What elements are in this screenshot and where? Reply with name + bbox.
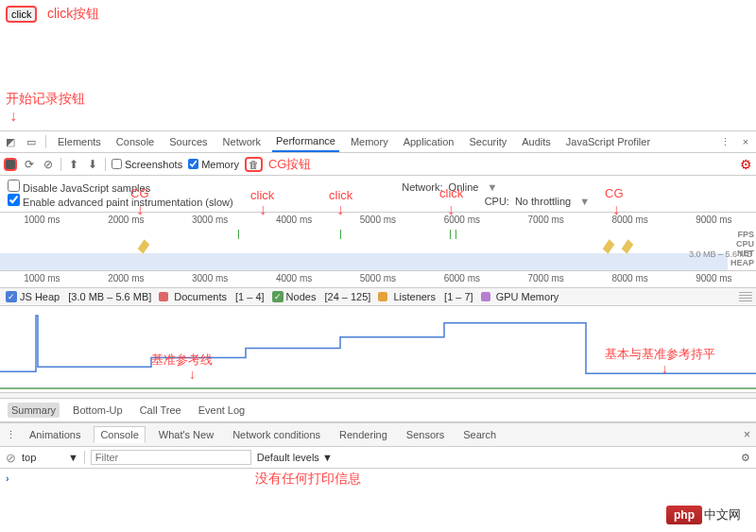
- legend-gpu[interactable]: GPU Memory: [481, 291, 559, 302]
- devtools-tabbar: ◩ ▭ Elements Console Sources Network Per…: [0, 130, 756, 153]
- tab-elements[interactable]: Elements: [54, 132, 105, 151]
- drawer-tab-sensors[interactable]: Sensors: [401, 427, 450, 442]
- tab-application[interactable]: Application: [400, 132, 458, 151]
- menu-icon[interactable]: [739, 292, 752, 301]
- clear-console-icon[interactable]: ⊘: [6, 451, 16, 465]
- click-button[interactable]: click: [6, 6, 37, 23]
- tick: 8000 ms: [611, 215, 647, 225]
- tick: 9000 ms: [696, 215, 731, 225]
- heap-area: [0, 253, 728, 270]
- legend-range: [1 – 4]: [235, 291, 265, 302]
- legend-label: Listeners: [393, 291, 436, 302]
- annotation-no-print: 没有任何打印信息: [255, 471, 361, 488]
- tab-sources[interactable]: Sources: [165, 132, 211, 151]
- perf-toolbar: ⟳ ⊘ ⬆ ⬇ Screenshots Memory 🗑 CG按钮 ⚙: [0, 153, 756, 176]
- drawer-tab-animations[interactable]: Animations: [24, 427, 86, 442]
- summary-tab-calltree[interactable]: Call Tree: [136, 403, 185, 418]
- adv-paint-label: Enable advanced paint instrumentation (s…: [23, 197, 233, 208]
- legend-range: [3.0 MB – 5.6 MB]: [68, 291, 151, 302]
- legend-listeners[interactable]: Listeners [1 – 7]: [378, 291, 472, 302]
- legend-nodes[interactable]: ✓Nodes [24 – 125]: [272, 291, 371, 302]
- inspect-icon[interactable]: ◩: [4, 135, 17, 148]
- memory-chart[interactable]: 基准参考线 ↓ 基本与基准参考持平 ↓: [0, 306, 756, 393]
- annotation-click-3: click: [439, 186, 463, 200]
- dropdown-icon[interactable]: ▼: [576, 196, 590, 207]
- annotation-cg-1: CG: [130, 186, 149, 200]
- arrow-icon: ↓: [662, 361, 668, 376]
- dropdown-icon[interactable]: ▼: [484, 181, 497, 193]
- console-settings-icon[interactable]: ⚙: [741, 452, 750, 464]
- devtools-panel: ◩ ▭ Elements Console Sources Network Per…: [0, 130, 756, 489]
- summary-tab-summary[interactable]: Summary: [8, 403, 60, 418]
- tab-console[interactable]: Console: [112, 132, 158, 151]
- heap-range: 3.0 MB – 5.6 MB: [689, 249, 752, 259]
- settings-gear-icon[interactable]: ⚙: [740, 157, 752, 172]
- drawer-tab-search[interactable]: Search: [457, 427, 502, 442]
- legend-label: GPU Memory: [496, 291, 559, 302]
- detail-time-axis[interactable]: 1000 ms 2000 ms 3000 ms 4000 ms 5000 ms …: [0, 271, 756, 288]
- drawer-tab-network-conditions[interactable]: Network conditions: [227, 427, 326, 442]
- annotation-click-1: click: [250, 188, 274, 202]
- load-icon[interactable]: ⬆: [67, 158, 80, 171]
- drawer-tab-whatsnew[interactable]: What's New: [153, 427, 219, 442]
- drawer-tab-rendering[interactable]: Rendering: [334, 427, 393, 442]
- reload-icon[interactable]: ⟳: [23, 158, 36, 171]
- clear-icon[interactable]: ⊘: [42, 158, 55, 171]
- tab-performance[interactable]: Performance: [272, 131, 339, 152]
- summary-tabbar: Summary Bottom-Up Call Tree Event Log: [0, 399, 756, 422]
- cg-marker: [622, 239, 634, 254]
- tick: 7000 ms: [528, 273, 564, 283]
- legend-range: [24 – 125]: [324, 291, 370, 302]
- drawer-close-icon[interactable]: ×: [744, 428, 750, 441]
- separator: [84, 451, 85, 464]
- separator: [60, 158, 61, 171]
- disable-js-samples-checkbox[interactable]: Disable JavaScript samples: [8, 180, 150, 194]
- drawer-tab-console[interactable]: Console: [94, 426, 145, 443]
- separator: [105, 158, 106, 171]
- kebab-icon[interactable]: ⋮: [718, 135, 731, 148]
- legend-js-heap[interactable]: ✓JS Heap [3.0 MB – 5.6 MB]: [6, 291, 151, 302]
- close-icon[interactable]: ×: [739, 135, 752, 148]
- tick: 1000 ms: [24, 273, 60, 283]
- screenshots-checkbox[interactable]: Screenshots: [112, 159, 182, 170]
- tab-js-profiler[interactable]: JavaScript Profiler: [562, 132, 654, 151]
- click-marker: [450, 230, 451, 239]
- legend-range: [1 – 7]: [444, 291, 473, 302]
- tick: 3000 ms: [192, 215, 228, 225]
- levels-value: Default levels: [257, 452, 319, 463]
- tab-security[interactable]: Security: [465, 132, 510, 151]
- summary-tab-eventlog[interactable]: Event Log: [195, 403, 249, 418]
- separator: [45, 135, 46, 148]
- tick: 6000 ms: [444, 215, 480, 225]
- tab-network[interactable]: Network: [219, 132, 265, 151]
- annotation-record-button: 开始记录按钮: [6, 91, 85, 108]
- annotation-cg-button: CG按钮: [268, 156, 312, 173]
- context-selector[interactable]: top ▼: [22, 452, 78, 463]
- adv-paint-checkbox[interactable]: Enable advanced paint instrumentation (s…: [8, 194, 233, 208]
- screenshots-label: Screenshots: [125, 159, 182, 170]
- cpu-value[interactable]: No throttling: [515, 196, 571, 207]
- perf-options: Disable JavaScript samples Network: Onli…: [0, 176, 756, 213]
- gc-button[interactable]: 🗑: [245, 157, 263, 172]
- levels-selector[interactable]: Default levels ▼: [257, 452, 333, 463]
- filter-input[interactable]: [91, 450, 251, 465]
- kebab-icon[interactable]: ⋮: [6, 429, 16, 441]
- memory-checkbox[interactable]: Memory: [188, 159, 239, 170]
- timeline-overview[interactable]: 1000 ms 2000 ms 3000 ms 4000 ms 5000 ms …: [0, 213, 756, 271]
- tick: 2000 ms: [108, 273, 144, 283]
- annotation-cg-2: CG: [605, 186, 624, 200]
- console-prompt[interactable]: ›: [0, 469, 756, 488]
- device-toolbar-icon[interactable]: ▭: [25, 135, 38, 148]
- tick: 7000 ms: [528, 215, 564, 225]
- site-logo: php中文网: [666, 506, 741, 524]
- annotation-click-button: click按钮: [47, 6, 99, 23]
- save-icon[interactable]: ⬇: [86, 158, 99, 171]
- record-button[interactable]: [4, 158, 17, 171]
- tab-audits[interactable]: Audits: [518, 132, 555, 151]
- summary-tab-bottomup[interactable]: Bottom-Up: [69, 403, 127, 418]
- legend-documents[interactable]: Documents [1 – 4]: [159, 291, 264, 302]
- tick: 5000 ms: [360, 273, 396, 283]
- memory-label: Memory: [201, 159, 239, 170]
- tab-memory[interactable]: Memory: [347, 132, 392, 151]
- click-marker: [455, 230, 456, 239]
